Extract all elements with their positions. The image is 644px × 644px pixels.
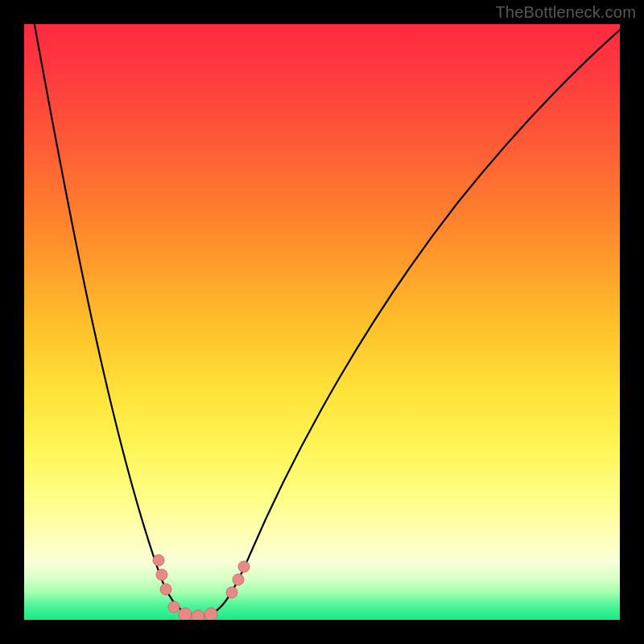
data-marker [238,561,250,572]
attribution-text: TheBottleneck.com [495,3,636,22]
data-marker [179,608,192,620]
gradient-background [24,24,620,620]
data-marker [160,584,171,595]
data-marker [233,574,244,585]
data-marker [226,587,237,598]
data-marker [153,555,164,566]
data-marker [204,608,217,620]
data-marker [156,569,167,580]
bottleneck-chart [24,24,620,620]
plot-area [24,24,620,620]
chart-frame: TheBottleneck.com [0,0,644,644]
data-marker [168,601,180,613]
data-marker [192,610,204,620]
